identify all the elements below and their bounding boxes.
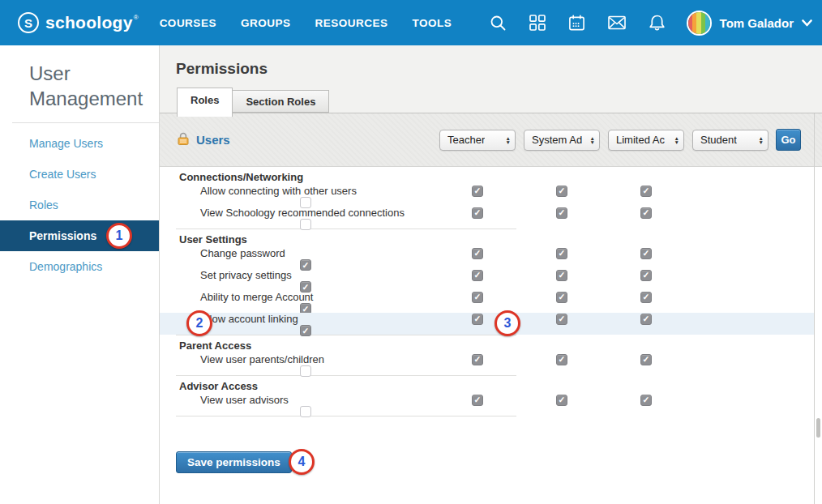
checkbox-system-ad-change-password[interactable] — [556, 248, 567, 259]
avatar — [687, 11, 712, 36]
group-header-advisor-access: Advisor Access — [160, 376, 814, 394]
checkbox-cell — [520, 354, 604, 365]
permission-label: Allow account linking — [176, 313, 435, 325]
checkbox-cell — [604, 395, 688, 406]
top-navigation-bar: S schoology ® COURSESGROUPSRESOURCESTOOL… — [0, 0, 822, 45]
messages-icon[interactable] — [608, 15, 626, 30]
schoology-logo[interactable]: S schoology ® — [18, 12, 139, 33]
nav-resources[interactable]: RESOURCES — [315, 12, 387, 34]
checkbox-teacher-view-user-parents-children[interactable] — [472, 354, 483, 365]
save-permissions-button[interactable]: Save permissions — [176, 451, 292, 473]
role-select-column: Student▲▼ — [688, 130, 773, 151]
topbar-icons — [490, 14, 666, 32]
checkbox-limited-ac-allow-account-linking[interactable] — [640, 314, 652, 325]
checkbox-system-ad-view-user-advisors[interactable] — [556, 395, 567, 406]
apps-grid-icon[interactable] — [529, 15, 546, 31]
save-area: Save permissions 4 — [176, 451, 292, 473]
account-menu[interactable]: Tom Galador — [687, 11, 812, 36]
group-header-user-settings: User Settings — [160, 229, 814, 247]
sidebar-item-label: Roles — [29, 199, 58, 211]
sidebar-item-permissions[interactable]: Permissions1 — [0, 220, 159, 251]
roles-filter-bar: Users Teacher▲▼System Ad▲▼Limited Ac▲▼St… — [160, 113, 822, 167]
user-management-sidebar: User Management Manage UsersCreate Users… — [0, 45, 160, 504]
checkbox-cell — [520, 292, 604, 303]
select-stepper-icon: ▲▼ — [590, 136, 595, 144]
checkbox-system-ad-view-user-parents-children[interactable] — [556, 354, 567, 365]
checkbox-system-ad-view-schoology-recommended-connections[interactable] — [556, 207, 567, 219]
sidebar-title: User Management — [0, 45, 154, 111]
permission-row-set-privacy-settings: Set privacy settings — [160, 269, 814, 291]
checkbox-cell — [604, 270, 688, 281]
checkbox-cell — [435, 270, 520, 281]
select-stepper-icon: ▲▼ — [506, 136, 511, 144]
tab-bar: RolesSection Roles — [177, 88, 328, 117]
checkbox-cell — [604, 292, 688, 303]
checkbox-teacher-view-schoology-recommended-connections[interactable] — [472, 207, 483, 219]
sidebar-item-label: Demographics — [29, 260, 102, 273]
permission-label: View user parents/children — [176, 353, 435, 365]
checkbox-cell — [435, 292, 520, 303]
checkbox-cell — [435, 354, 520, 365]
go-button[interactable]: Go — [776, 129, 801, 151]
checkbox-cell — [604, 354, 688, 365]
checkbox-teacher-change-password[interactable] — [472, 248, 483, 259]
checkbox-student-view-user-parents-children[interactable] — [300, 365, 311, 377]
tab-roles[interactable]: Roles — [177, 88, 233, 117]
nav-tools[interactable]: TOOLS — [412, 12, 452, 34]
checkbox-teacher-ability-to-merge-account[interactable] — [472, 292, 483, 303]
nav-groups[interactable]: GROUPS — [241, 12, 291, 34]
checkbox-limited-ac-view-user-parents-children[interactable] — [640, 354, 652, 365]
role-select-system-ad[interactable]: System Ad▲▼ — [524, 130, 600, 151]
sidebar-nav: Manage UsersCreate UsersRolesPermissions… — [0, 128, 159, 282]
checkbox-limited-ac-view-schoology-recommended-connections[interactable] — [640, 207, 652, 219]
checkbox-teacher-allow-connecting-with-other-users[interactable] — [472, 186, 483, 197]
sidebar-item-demographics[interactable]: Demographics — [0, 251, 159, 282]
checkbox-cell — [435, 186, 520, 197]
notifications-icon[interactable] — [649, 14, 666, 32]
role-select-column: System Ad▲▼ — [520, 130, 604, 151]
search-icon[interactable] — [490, 15, 507, 32]
checkbox-teacher-set-privacy-settings[interactable] — [472, 270, 483, 281]
sidebar-item-create-users[interactable]: Create Users — [0, 159, 159, 190]
checkbox-teacher-view-user-advisors[interactable] — [472, 395, 483, 406]
checkbox-limited-ac-view-user-advisors[interactable] — [640, 395, 652, 406]
scrollbar-thumb[interactable] — [816, 418, 820, 438]
sidebar-item-manage-users[interactable]: Manage Users — [0, 128, 159, 159]
checkbox-system-ad-allow-account-linking[interactable] — [556, 314, 567, 325]
nav-courses[interactable]: COURSES — [160, 12, 216, 34]
checkbox-student-view-schoology-recommended-connections[interactable] — [300, 219, 311, 230]
annotation-badge-3: 3 — [494, 310, 520, 336]
users-section-label: Users — [196, 133, 230, 147]
role-select-limited-ac[interactable]: Limited Ac▲▼ — [608, 130, 684, 151]
calendar-icon[interactable] — [568, 15, 585, 32]
permission-label: Allow connecting with other users — [176, 185, 435, 197]
checkbox-student-view-user-advisors[interactable] — [300, 406, 311, 417]
sidebar-item-label: Permissions — [29, 229, 96, 242]
role-select-student[interactable]: Student▲▼ — [692, 130, 768, 151]
checkbox-limited-ac-change-password[interactable] — [640, 248, 652, 259]
role-select-teacher[interactable]: Teacher▲▼ — [439, 130, 516, 151]
checkbox-limited-ac-allow-connecting-with-other-users[interactable] — [640, 186, 652, 197]
checkbox-teacher-allow-account-linking[interactable] — [472, 314, 483, 325]
checkbox-limited-ac-set-privacy-settings[interactable] — [640, 270, 652, 281]
role-select-column: Teacher▲▼ — [435, 130, 520, 151]
checkbox-system-ad-allow-connecting-with-other-users[interactable] — [556, 186, 567, 197]
permission-row-view-user-advisors: View user advisors — [160, 394, 814, 416]
checkbox-limited-ac-ability-to-merge-account[interactable] — [640, 292, 652, 303]
registered-trademark: ® — [134, 14, 139, 21]
sidebar-item-roles[interactable]: Roles — [0, 190, 159, 220]
checkbox-student-allow-account-linking[interactable] — [300, 325, 311, 336]
users-section-link[interactable]: Users — [176, 131, 435, 148]
permissions-panel: Permissions RolesSection Roles Users Tea… — [160, 45, 822, 504]
permission-row-ability-to-merge-account: Ability to merge Account — [160, 291, 814, 313]
checkbox-system-ad-set-privacy-settings[interactable] — [556, 270, 567, 281]
checkbox-cell — [520, 270, 604, 281]
checkbox-cell — [520, 395, 604, 406]
role-select-value: Teacher — [447, 134, 485, 146]
checkbox-cell — [435, 207, 520, 219]
tab-section-roles[interactable]: Section Roles — [232, 90, 329, 113]
checkbox-system-ad-ability-to-merge-account[interactable] — [556, 292, 567, 303]
sidebar-divider — [12, 122, 159, 123]
checkbox-cell — [176, 219, 435, 230]
checkbox-cell — [604, 314, 688, 325]
